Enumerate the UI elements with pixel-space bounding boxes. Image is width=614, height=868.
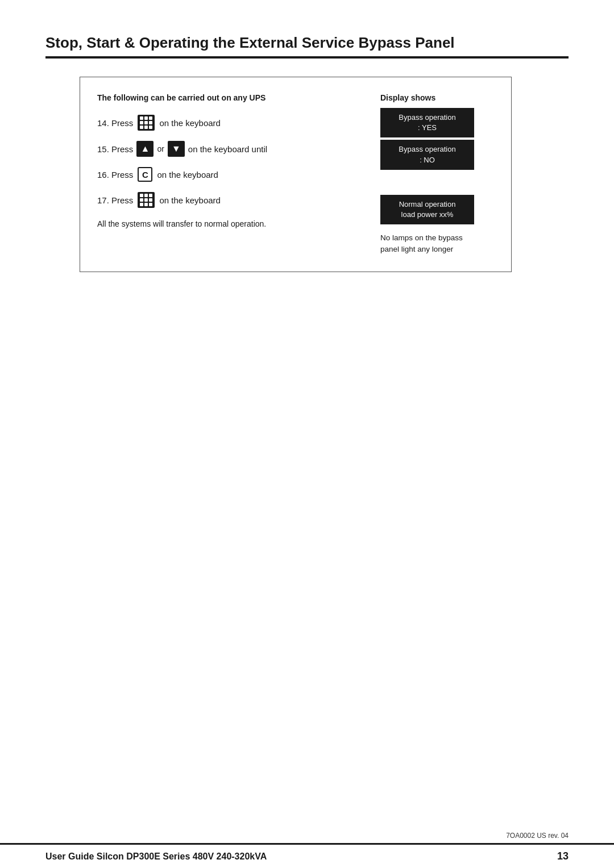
bypass-no-line1: Bypass operation bbox=[399, 145, 455, 153]
step-15-row: 15. Press ▲ or ▼ on the keyboard until bbox=[97, 141, 369, 157]
intro-text: The following can be carried out on any … bbox=[97, 93, 369, 102]
step-14-number: 14. Press bbox=[97, 118, 133, 128]
step-16-number: 16. Press bbox=[97, 170, 133, 180]
right-column: Display shows Bypass operation : YES Byp… bbox=[380, 93, 494, 256]
page-footer: 7OA0002 US rev. 04 User Guide Silcon DP3… bbox=[0, 832, 614, 868]
step-16-row: 16. Press C on the keyboard bbox=[97, 167, 369, 182]
arrow-down-icon: ▼ bbox=[168, 141, 185, 157]
step-17-suffix: on the keyboard bbox=[159, 195, 221, 205]
grid-kbd-icon-17 bbox=[138, 192, 155, 208]
normal-op-line2: load power xx% bbox=[401, 210, 454, 219]
main-box: The following can be carried out on any … bbox=[80, 77, 512, 272]
title-underline bbox=[45, 56, 569, 59]
arrow-up-icon: ▲ bbox=[136, 141, 154, 157]
step-15-suffix: on the keyboard until bbox=[188, 144, 267, 154]
c-button-icon: C bbox=[138, 167, 152, 182]
display-shows-label: Display shows bbox=[380, 93, 435, 102]
grid-kbd-icon-14 bbox=[138, 115, 155, 131]
left-column: The following can be carried out on any … bbox=[97, 93, 380, 256]
no-lamps-note: No lamps on the bypass panel light any l… bbox=[380, 232, 474, 256]
or-text: or bbox=[157, 144, 164, 153]
bypass-no-line2: : NO bbox=[420, 156, 435, 164]
bypass-yes-badge: Bypass operation : YES bbox=[380, 108, 474, 137]
bypass-yes-line2: : YES bbox=[418, 123, 437, 132]
step-16-suffix: on the keyboard bbox=[157, 170, 218, 180]
step-14-row: 14. Press bbox=[97, 115, 369, 131]
normal-op-line1: Normal operation bbox=[399, 200, 456, 208]
normal-op-badge: Normal operation load power xx% bbox=[380, 195, 474, 224]
step-17-number: 17. Press bbox=[97, 195, 133, 205]
step-14-suffix: on the keyboard bbox=[159, 118, 221, 128]
bypass-no-badge: Bypass operation : NO bbox=[380, 140, 474, 169]
footer-bar: User Guide Silcon DP300E Series 480V 240… bbox=[0, 843, 614, 868]
bypass-yes-line1: Bypass operation bbox=[399, 113, 455, 122]
step-15-number: 15. Press bbox=[97, 144, 133, 154]
page-content: Stop, Start & Operating the External Ser… bbox=[0, 0, 614, 318]
step-17-row: 17. Press bbox=[97, 192, 369, 208]
footer-doc-id: 7OA0002 US rev. 04 bbox=[0, 832, 614, 843]
all-systems-text: All the systems will transfer to normal … bbox=[97, 218, 369, 230]
footer-title: User Guide Silcon DP300E Series 480V 240… bbox=[45, 852, 267, 862]
footer-page: 13 bbox=[557, 850, 569, 862]
page-title: Stop, Start & Operating the External Ser… bbox=[45, 34, 569, 52]
